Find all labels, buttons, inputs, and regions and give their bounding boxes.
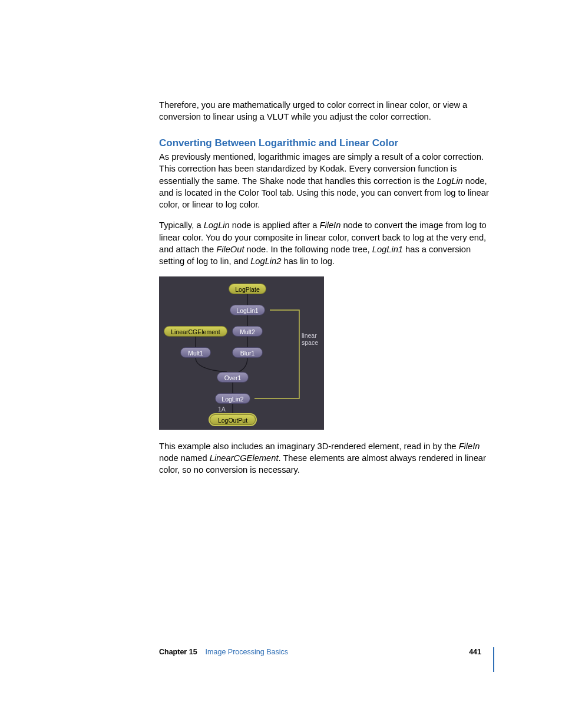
text: node named (159, 453, 210, 463)
text: This example also includes an imaginary … (159, 442, 459, 451)
text: has lin to log. (281, 256, 335, 266)
node-loglin2: LogLin2 (215, 393, 250, 404)
italic: FileIn (459, 442, 480, 451)
port-label: 1A (218, 406, 226, 413)
italic: LogLin2 (250, 256, 281, 266)
paragraph-3: Typically, a LogLin node is applied afte… (159, 219, 494, 267)
node-linearcgelement: LinearCGElement (164, 326, 227, 337)
node-logoutput: LogOutPut (210, 414, 256, 425)
text: node. In the following node tree, (244, 245, 372, 254)
text: Therefore, you are mathematically urged … (159, 100, 467, 121)
node-blur1: Blur1 (232, 347, 263, 358)
paragraph-2: As previously mentioned, logarithmic ima… (159, 151, 494, 210)
node-mult1: Mult1 (180, 347, 211, 358)
annotation-linear: linear (302, 332, 317, 339)
node-graph-figure: LogPlate LogLin1 LinearCGElement Mult2 M… (159, 276, 324, 430)
node-logplate: LogPlate (229, 284, 266, 294)
italic: LogLin (437, 176, 463, 186)
italic: LinearCGElement (210, 453, 279, 463)
annotation-space: space (302, 339, 318, 346)
italic: FileIn (319, 220, 340, 230)
text: As previously mentioned, logarithmic ima… (159, 152, 484, 186)
italic: LogLin (204, 220, 230, 230)
node-over1: Over1 (217, 372, 249, 383)
text: node is applied after a (230, 220, 320, 230)
page-footer: Chapter 15 Image Processing Basics 441 (159, 647, 494, 672)
node-mult2: Mult2 (232, 326, 263, 337)
chapter-label: Chapter 15 (159, 647, 197, 657)
section-heading: Converting Between Logarithmic and Linea… (159, 136, 494, 150)
page-number: 441 (469, 647, 481, 657)
chapter-title: Image Processing Basics (206, 647, 288, 657)
node-loglin1: LogLin1 (230, 305, 265, 315)
italic: LogLin1 (372, 245, 403, 254)
text: Typically, a (159, 220, 204, 230)
paragraph-4: This example also includes an imaginary … (159, 440, 494, 476)
intro-paragraph: Therefore, you are mathematically urged … (159, 99, 494, 123)
italic: FileOut (216, 245, 244, 254)
